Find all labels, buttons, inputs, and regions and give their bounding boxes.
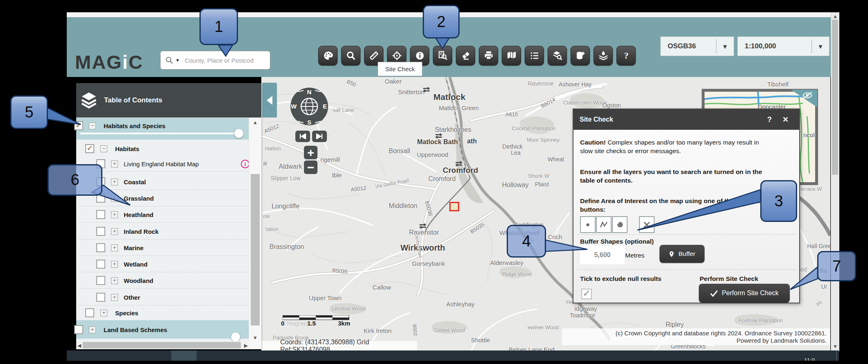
layer-checkbox[interactable] (74, 325, 83, 334)
layer-checkbox[interactable] (96, 276, 105, 285)
layers-search-icon (552, 50, 563, 61)
dialog-help-icon[interactable]: ? (767, 115, 772, 124)
expand-plus-icon[interactable]: + (111, 277, 118, 284)
map-label: ath (467, 138, 477, 145)
magic-map-application: OakerSnittertonMatlockMatlock GreenStark… (0, 0, 868, 364)
exclude-null-checkbox[interactable]: ✓ (581, 289, 592, 299)
expand-plus-icon[interactable]: + (111, 294, 118, 301)
eraser-tool-button[interactable] (456, 46, 475, 66)
taskbar-highlight (171, 350, 197, 361)
buffer-distance-input[interactable] (580, 246, 625, 264)
buffer-button[interactable]: Buffer (659, 245, 705, 263)
clear-tool-icon (643, 221, 651, 229)
dialog-close-icon[interactable]: ✕ (782, 115, 789, 124)
palette-tool-button[interactable] (318, 46, 338, 66)
site-check-tool-button[interactable] (433, 46, 452, 66)
scroll-left-icon[interactable]: ◀ (77, 343, 81, 348)
layer-checkbox[interactable] (85, 308, 94, 317)
chevron-down-icon: ▼ (716, 43, 734, 50)
opacity-slider[interactable] (80, 133, 234, 134)
toc-item-habitats-and-species: ✓−Habitats and Species (76, 118, 261, 140)
toc-item-wetland: +Wetland (76, 256, 261, 272)
layer-checkbox[interactable]: ✓ (74, 121, 83, 130)
ensure-text: Ensure all the layers you want to search… (580, 167, 766, 185)
layer-checkbox[interactable] (96, 210, 105, 219)
scroll-down-icon[interactable]: ▼ (833, 344, 838, 349)
toc-item-habitats: ✓−Habitats (76, 141, 261, 156)
railway-station-icon (419, 223, 427, 231)
point-tool-button[interactable] (580, 216, 596, 233)
list-tool-button[interactable] (525, 46, 544, 66)
map-label: Terrace W (798, 186, 822, 192)
layer-checkbox[interactable] (96, 260, 105, 269)
search-type-dropdown-icon[interactable]: ▼ (175, 58, 180, 63)
layer-checkbox[interactable] (96, 293, 105, 302)
help-tool-button[interactable]: ? (616, 46, 636, 66)
opacity-slider-knob[interactable] (234, 129, 243, 138)
map-label: Matlock (433, 92, 465, 102)
scroll-up-icon[interactable]: ▲ (833, 14, 838, 19)
toc-scrollbar-thumb[interactable] (251, 174, 260, 326)
collapse-minus-icon[interactable]: − (100, 145, 107, 152)
area-of-interest-marker (449, 202, 459, 211)
layer-label: Inland Rock (124, 228, 159, 235)
collapse-minus-icon[interactable]: − (89, 122, 96, 129)
map-copyright: (c) Crown Copyright and database rights … (562, 328, 830, 345)
inset-toggle-eye-icon[interactable] (791, 89, 818, 107)
clear-tool-button[interactable] (639, 216, 655, 233)
map-label: idgeway (574, 305, 597, 312)
map-label: Hall Gree (807, 243, 830, 249)
taskbar-clock: 11:0 (804, 357, 815, 361)
toc-collapse-button[interactable] (262, 83, 277, 118)
polygon-tool-button[interactable] (612, 216, 628, 233)
layers-search-tool-button[interactable] (548, 46, 567, 66)
layers-icon (79, 91, 98, 110)
toc-item-land-based-schemes: +Land Based Schemes (76, 320, 261, 339)
layer-checkbox[interactable] (96, 227, 105, 236)
projection-dropdown[interactable]: OSGB36 ▼ (660, 36, 734, 56)
search-box[interactable]: ▼ (160, 51, 270, 70)
layer-info-icon[interactable]: i (241, 160, 249, 168)
map-scale-dropdown[interactable]: 1:100,000 ▼ (737, 36, 829, 56)
zoom-in-button[interactable]: + (304, 146, 317, 159)
layer-checkbox[interactable] (96, 243, 105, 252)
map-book-tool-button[interactable] (502, 46, 521, 66)
zoom-out-button[interactable]: − (304, 161, 317, 174)
expand-plus-icon[interactable]: + (111, 211, 118, 218)
expand-plus-icon[interactable]: + (111, 261, 118, 268)
perform-site-check-button[interactable]: Perform Site Check (699, 284, 790, 303)
layer-checkbox[interactable]: ✓ (85, 144, 94, 153)
map-add-tool-button[interactable] (571, 46, 590, 66)
line-tool-button[interactable] (596, 216, 612, 233)
next-extent-button[interactable] (312, 131, 327, 142)
scrollbar-thumb[interactable] (832, 20, 838, 175)
map-label: Upper Town (309, 294, 342, 301)
expand-plus-icon[interactable]: + (111, 228, 118, 235)
toc-hscrollbar-thumb[interactable] (83, 342, 241, 348)
map-label: Moor Spinney (527, 137, 560, 143)
scroll-right-icon[interactable]: ▶ (244, 343, 248, 348)
toc-vertical-scrollbar[interactable]: ▲ ▼ (249, 118, 261, 349)
browser-scrollbar[interactable]: ▲ ▼ (831, 12, 839, 351)
dialog-header[interactable]: Site Check ? ✕ (573, 109, 799, 130)
printer-tool-button[interactable] (479, 46, 498, 66)
layers-pin-tool-button[interactable] (594, 46, 613, 66)
map-label: Gibbet Wood (434, 327, 465, 333)
expand-plus-icon[interactable]: + (111, 195, 118, 202)
previous-extent-button[interactable] (295, 131, 310, 142)
expand-plus-icon[interactable]: + (111, 161, 118, 167)
search-input[interactable] (184, 57, 270, 64)
scroll-up-icon[interactable]: ▲ (253, 120, 258, 125)
magnifier-tool-button[interactable] (341, 46, 360, 66)
map-label: Ible (332, 172, 342, 179)
toc-horizontal-scrollbar[interactable]: ◀ ▶ (76, 341, 249, 349)
opacity-slider-knob[interactable] (231, 332, 240, 341)
expand-plus-icon[interactable]: + (111, 179, 118, 185)
expand-plus-icon[interactable]: + (100, 310, 107, 317)
expand-plus-icon[interactable]: + (89, 326, 96, 333)
expand-plus-icon[interactable]: + (111, 244, 118, 251)
toc-header: Table of Contents (76, 83, 261, 118)
scroll-down-icon[interactable]: ▼ (253, 335, 258, 341)
layer-label: Heathland (124, 211, 154, 218)
compass-rose[interactable]: N S W E (290, 87, 329, 127)
